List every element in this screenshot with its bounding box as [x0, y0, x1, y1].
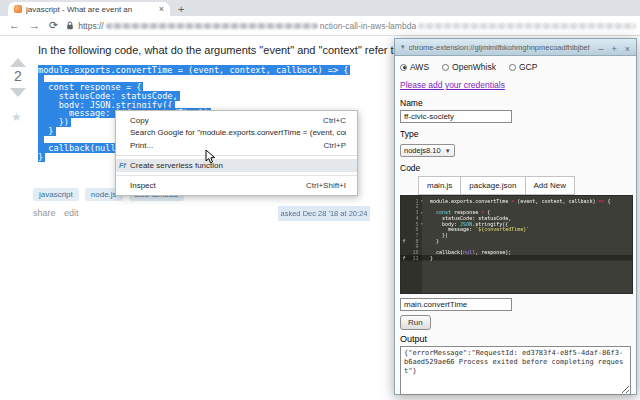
- credentials-link[interactable]: Please add your credentials: [400, 80, 505, 90]
- popup-body: AWSOpenWhiskGCP Please add your credenti…: [395, 56, 636, 400]
- code-line: module.exports.convertTime = (event, con…: [38, 66, 350, 75]
- close-icon[interactable]: ×: [625, 44, 630, 54]
- gutter-marker: f: [403, 255, 406, 261]
- minimize-icon[interactable]: –: [598, 44, 603, 54]
- titlebar-dropdown-icon[interactable]: ▾: [401, 43, 405, 51]
- upvote-arrow-icon[interactable]: [10, 58, 26, 67]
- stackoverflow-favicon-icon: [14, 5, 22, 13]
- menu-item-inspect[interactable]: InspectCtrl+Shift+I: [116, 179, 357, 192]
- browser-toolbar: ← → ⟳ https:// nction-call-in-aws-lambda: [0, 16, 640, 36]
- line-number: 4: [415, 215, 418, 221]
- provider-label: GCP: [519, 62, 537, 72]
- menu-item-print[interactable]: Print...Ctrl+P: [116, 139, 357, 152]
- type-select[interactable]: nodejs8.10 ▼: [400, 144, 455, 157]
- type-select-value: nodejs8.10: [404, 146, 441, 155]
- function-name-input[interactable]: [400, 298, 512, 311]
- lock-icon: [66, 21, 74, 30]
- type-label: Type: [400, 129, 631, 139]
- line-number: 6: [415, 226, 418, 232]
- tab-title: javascript - What are event an: [26, 5, 156, 14]
- share-link[interactable]: share: [33, 208, 56, 218]
- post-actions: share edit: [33, 208, 85, 218]
- code-editor[interactable]: 1▾module.exports.convertTime = (event, c…: [400, 195, 633, 294]
- line-number: 2: [415, 204, 418, 210]
- vote-count: 2: [8, 68, 28, 84]
- extension-ff-icon: Ff: [119, 162, 126, 169]
- line-number: 7: [415, 232, 418, 238]
- menu-separator: [116, 155, 357, 156]
- menu-item-search-google-for[interactable]: Search Google for "module.exports.conver…: [116, 127, 357, 140]
- editor-line: f11}: [401, 255, 632, 261]
- browser-window: javascript - What are event an × + ← → ⟳…: [0, 0, 640, 400]
- menu-item-label: Copy: [130, 116, 149, 125]
- provider-gcp[interactable]: GCP: [509, 62, 537, 72]
- code-tab-bar: main.jspackage.jsonAdd New: [418, 176, 631, 195]
- blurred-url-segment: [418, 23, 636, 29]
- menu-separator: [116, 175, 357, 176]
- output-label: Output: [400, 334, 631, 344]
- provider-aws[interactable]: AWS: [400, 62, 429, 72]
- menu-item-copy[interactable]: CopyCtrl+C: [116, 114, 357, 127]
- forward-icon[interactable]: →: [29, 20, 40, 31]
- menu-item-create-serverless-function[interactable]: FfCreate serverless function: [116, 159, 357, 173]
- menu-item-label: Inspect: [130, 181, 156, 190]
- output-textarea[interactable]: {"errorMessage":"RequestId: ed3783f4-e8f…: [400, 346, 631, 395]
- provider-radio-group: AWSOpenWhiskGCP: [400, 62, 631, 72]
- line-number: 8: [415, 238, 418, 244]
- gutter-cell: f11: [401, 255, 422, 261]
- cursor-pointer: [205, 149, 217, 165]
- maximize-icon[interactable]: +: [611, 44, 616, 54]
- line-number: 9: [415, 244, 418, 250]
- code-tab-add-new[interactable]: Add New: [525, 176, 575, 195]
- editor-line: 1▾module.exports.convertTime = (event, c…: [401, 198, 632, 204]
- selected-text: module.exports.convertTime = (event, con…: [38, 65, 350, 75]
- url-bar[interactable]: https:// nction-call-in-aws-lambda: [66, 19, 640, 33]
- run-button[interactable]: Run: [400, 315, 431, 330]
- url-visible-text: nction-call-in-aws-lambda: [320, 21, 416, 31]
- menu-shortcut: Ctrl+P: [314, 141, 346, 150]
- provider-label: AWS: [410, 62, 429, 72]
- editor-code-text: }: [422, 255, 433, 261]
- browser-tab[interactable]: javascript - What are event an ×: [8, 2, 170, 16]
- blurred-url-segment: [106, 23, 318, 29]
- popup-titlebar[interactable]: ▾ chrome-extension://gijmimlfbkohmghnpme…: [395, 39, 636, 56]
- code-tab-package-json[interactable]: package.json: [460, 176, 525, 195]
- chevron-down-icon: ▼: [445, 148, 451, 154]
- line-number: 1: [415, 198, 418, 204]
- edit-link[interactable]: edit: [64, 208, 79, 218]
- provider-openwhisk[interactable]: OpenWhisk: [442, 62, 496, 72]
- window-controls: –+×: [590, 38, 630, 56]
- back-icon[interactable]: ←: [9, 20, 20, 31]
- reload-icon[interactable]: ⟳: [49, 20, 58, 31]
- url-scheme: https://: [78, 21, 104, 31]
- favorite-star-icon[interactable]: ★: [11, 110, 22, 124]
- extension-popup: ▾ chrome-extension://gijmimlfbkohmghnpme…: [394, 38, 637, 395]
- editor-code-text: module.exports.convertTime = (event, con…: [422, 198, 611, 204]
- line-number: 5: [415, 221, 418, 227]
- menu-item-label: Print...: [130, 141, 153, 150]
- radio-gcp[interactable]: [509, 64, 516, 71]
- selected-text: }: [38, 126, 56, 136]
- tag-javascript[interactable]: javascript: [33, 188, 79, 201]
- downvote-arrow-icon[interactable]: [10, 88, 26, 97]
- line-number: 11: [412, 255, 418, 261]
- context-menu: CopyCtrl+CSearch Google for "module.expo…: [115, 110, 358, 196]
- editor-code-text: callback(null, response);: [422, 249, 511, 255]
- tab-close-icon[interactable]: ×: [159, 5, 164, 14]
- tab-strip: javascript - What are event an × +: [0, 0, 640, 16]
- name-input[interactable]: [400, 110, 512, 123]
- provider-label: OpenWhisk: [452, 62, 496, 72]
- menu-shortcut: Ctrl+Shift+I: [296, 181, 346, 190]
- selected-text: }: [38, 152, 45, 162]
- radio-aws[interactable]: [400, 64, 407, 71]
- name-label: Name: [400, 98, 631, 108]
- line-number: 10: [412, 249, 418, 255]
- menu-item-label: Search Google for "module.exports.conver…: [130, 128, 346, 137]
- code-tab-main-js[interactable]: main.js: [418, 176, 461, 195]
- menu-shortcut: Ctrl+C: [313, 116, 346, 125]
- popup-title: chrome-extension://gijmimlfbkohmghnpmeco…: [409, 43, 591, 52]
- radio-openwhisk[interactable]: [442, 64, 449, 71]
- new-tab-button[interactable]: +: [178, 2, 184, 16]
- asked-date-badge: asked Dec 28 '18 at 20:24: [278, 206, 370, 221]
- code-label: Code: [400, 163, 631, 173]
